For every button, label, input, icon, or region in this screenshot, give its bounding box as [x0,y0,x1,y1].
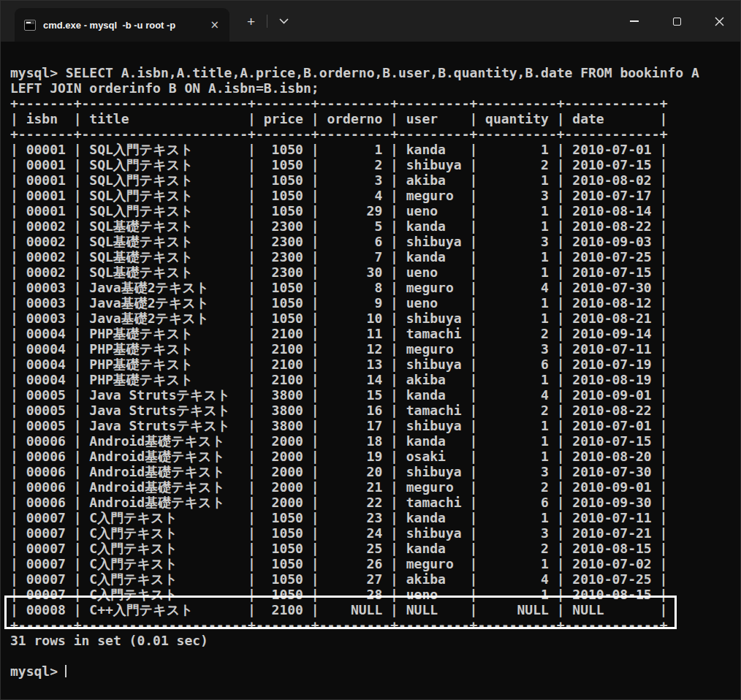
cell-isbn: 00006 [18,464,74,479]
close-button[interactable] [698,1,740,42]
separator: | [248,157,256,172]
separator: | [469,311,477,326]
cell-isbn: 00006 [18,495,74,510]
minimize-button[interactable] [613,1,656,42]
separator: | [660,341,668,357]
separator: | [74,449,82,464]
cell-isbn: 00002 [18,234,74,249]
separator: | [557,218,565,234]
separator: | [557,326,565,341]
titlebar: cmd.exe - mysql -b -u root -p × + [1,1,740,42]
separator: | [74,556,82,571]
separator: | [248,341,256,357]
cell-price: 1050 [256,203,311,218]
separator: | [74,234,82,249]
terminal-content[interactable]: mysql> SELECT A.isbn,A.title,A.price,B.o… [1,42,740,700]
cell-orderno: 10 [319,311,391,326]
cell-user: kanda [398,510,470,525]
separator: | [469,295,477,311]
cell-user: tamachi [398,495,470,510]
separator: | [311,571,319,587]
cell-title: SQL基礎テキスト [82,234,248,249]
cell-user: osaki [398,449,470,464]
cell-date: 2010-07-17 [564,188,659,203]
cell-title: C入門テキスト [82,571,248,587]
separator: | [660,188,668,203]
separator: | [311,234,319,249]
cell-price: 2300 [256,218,311,234]
separator: | [311,142,319,157]
cell-user: akiba [398,571,470,587]
cell-quantity: 2 [477,541,556,556]
separator: | [248,188,256,203]
cell-user: kanda [398,433,470,449]
cell-title: Java基礎2テキスト [82,311,248,326]
separator: | [74,541,82,556]
separator: | [10,188,18,203]
cell-title: SQL入門テキスト [82,203,248,218]
cell-price: 2100 [256,341,311,357]
separator: | [74,479,82,495]
separator: | [390,541,398,556]
separator: | [311,157,319,172]
separator: | [74,280,82,295]
table-row: |00006|Android基礎テキスト|2000|18|kanda|1|201… [10,433,740,449]
separator: | [248,495,256,510]
separator: | [660,357,668,372]
cell-orderno: 29 [319,203,391,218]
cell-title: Android基礎テキスト [82,449,248,464]
tab-close-icon[interactable]: × [207,18,222,32]
separator: | [248,203,256,218]
separator: | [311,479,319,495]
cell-date: 2010-08-19 [564,372,659,387]
table-row: |00007|C入門テキスト|1050|23|kanda|1|2010-07-1… [10,510,740,525]
separator: | [10,142,18,157]
cell-price: 1050 [256,587,311,602]
cell-title: SQL基礎テキスト [82,249,248,265]
cell-title: Android基礎テキスト [82,464,248,479]
maximize-button[interactable] [656,1,698,42]
tab-cmd[interactable]: cmd.exe - mysql -b -u root -p × [15,8,229,42]
separator: | [390,188,398,203]
header-isbn: isbn [18,111,74,126]
cell-price: 2000 [256,495,311,510]
cell-isbn: 00003 [18,295,74,311]
new-tab-button[interactable]: + [241,13,261,30]
status-line: 31 rows in set (0.01 sec) [10,633,740,648]
table-row: |00005|Java Strutsテキスト|3800|17|shibuya|1… [10,418,740,433]
separator: | [10,265,18,280]
separator: | [557,234,565,249]
separator: | [557,172,565,188]
cell-isbn: 00004 [18,357,74,372]
separator: | [557,188,565,203]
separator: | [469,218,477,234]
separator: | [390,464,398,479]
tab-dropdown-button[interactable] [273,15,294,27]
cell-price: 2100 [256,326,311,341]
cell-isbn: 00001 [18,188,74,203]
cell-date: 2010-07-25 [564,571,659,587]
separator: | [469,541,477,556]
separator: | [660,571,668,587]
separator: | [469,172,477,188]
prompt-line[interactable]: mysql> [10,663,740,679]
cell-user: shibuya [398,525,470,541]
cell-date: 2010-07-11 [564,510,659,525]
separator: | [557,433,565,449]
table-row: |00007|C入門テキスト|1050|26|meguro|1|2010-07-… [10,556,740,571]
separator: | [557,495,565,510]
cell-date: 2010-07-15 [564,157,659,172]
separator: | [248,571,256,587]
separator: | [248,510,256,525]
cell-title: Android基礎テキスト [82,495,248,510]
cell-price: 1050 [256,311,311,326]
separator: | [390,587,398,602]
cell-orderno: 8 [319,280,391,295]
cell-isbn: 00001 [18,157,74,172]
cell-price: 2000 [256,449,311,464]
separator: | [248,403,256,418]
separator: | [469,525,477,541]
table-row: |00006|Android基礎テキスト|2000|21|meguro|2|20… [10,479,740,495]
cell-price: 2000 [256,433,311,449]
separator: | [469,280,477,295]
